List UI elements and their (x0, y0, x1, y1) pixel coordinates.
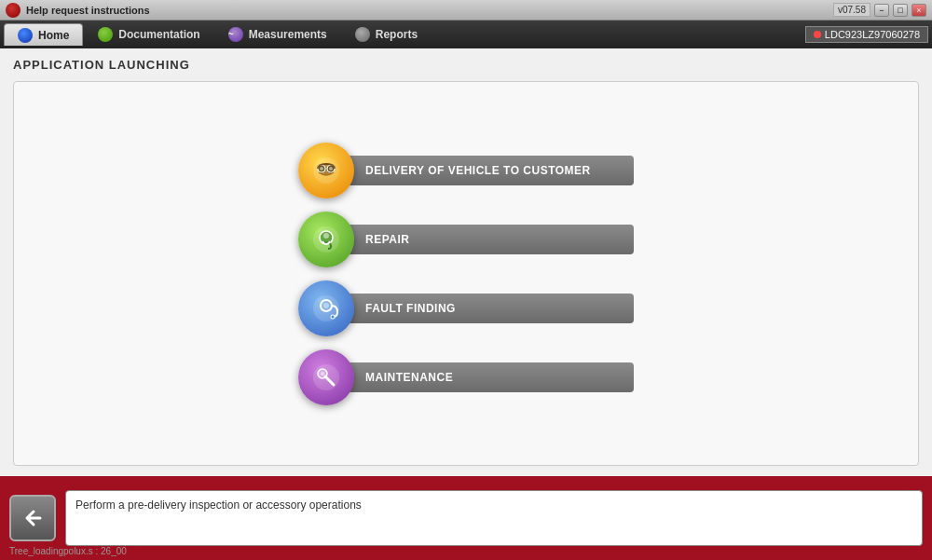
close-button[interactable]: × (911, 4, 926, 17)
tab-measurements[interactable]: ~ Measurements (215, 23, 340, 46)
delivery-label: DELIVERY OF VEHICLE TO CUSTOMER (347, 156, 634, 185)
maximize-button[interactable]: □ (893, 4, 908, 17)
app-icon (6, 3, 21, 18)
maintenance-button[interactable]: MAINTENANCE (298, 349, 634, 405)
maintenance-label: MAINTENANCE (347, 362, 634, 392)
main-content: APPLICATION LAUNCHING DELIVERY OF VEHICL… (0, 48, 932, 476)
fault-svg (309, 292, 343, 325)
title-bar: Help request instructions v07.58 − □ × (0, 0, 932, 20)
tab-measurements-label: Measurements (249, 28, 327, 41)
svg-point-5 (329, 167, 333, 171)
tab-documentation[interactable]: Documentation (85, 23, 212, 46)
svg-point-16 (321, 372, 324, 376)
vehicle-id-badge: LDC923LZ97060278 (805, 26, 928, 43)
measurements-tab-icon: ~ (228, 27, 243, 42)
status-text: Perform a pre-delivery inspection or acc… (75, 499, 362, 512)
delivery-icon (298, 143, 354, 198)
tab-documentation-label: Documentation (118, 28, 199, 41)
svg-point-13 (332, 315, 335, 318)
delivery-svg (309, 154, 343, 187)
repair-svg (309, 223, 343, 256)
repair-label: REPAIR (347, 225, 634, 254)
content-box: DELIVERY OF VEHICLE TO CUSTOMER REPAIR (13, 81, 919, 466)
reports-tab-icon (355, 27, 370, 42)
fault-icon (298, 280, 354, 336)
back-button[interactable] (9, 495, 56, 541)
svg-point-4 (320, 167, 323, 171)
tab-home[interactable]: Home (4, 23, 83, 46)
svg-point-11 (323, 303, 329, 308)
fault-label: FAULT FINDING (347, 294, 634, 323)
nav-bar: Home Documentation ~ Measurements Report… (0, 20, 932, 48)
fault-button[interactable]: FAULT FINDING (298, 280, 634, 336)
vehicle-id-text: LDC923LZ97060278 (825, 29, 920, 40)
title-bar-left: Help request instructions (6, 3, 833, 18)
title-bar-controls: v07.58 − □ × (833, 3, 926, 17)
repair-button[interactable]: REPAIR (298, 212, 634, 267)
status-box: Perform a pre-delivery inspection or acc… (65, 490, 923, 546)
documentation-tab-icon (98, 27, 113, 42)
bottom-bar: Perform a pre-delivery inspection or acc… (0, 476, 932, 560)
status-dot (814, 31, 821, 38)
footer-code: Tree_loadingpolux.s : 26_00 (9, 546, 127, 556)
tab-reports[interactable]: Reports (342, 23, 431, 46)
maintenance-svg (309, 361, 343, 394)
minimize-button[interactable]: − (874, 4, 889, 17)
delivery-button[interactable]: DELIVERY OF VEHICLE TO CUSTOMER (298, 143, 634, 198)
home-tab-icon (18, 28, 33, 43)
title-bar-text: Help request instructions (26, 5, 150, 16)
maintenance-icon (298, 349, 354, 405)
back-arrow-icon (21, 507, 44, 529)
repair-icon (298, 212, 354, 267)
version-label: v07.58 (833, 3, 870, 17)
tab-home-label: Home (38, 29, 69, 42)
tab-reports-label: Reports (376, 28, 418, 41)
svg-point-8 (323, 233, 329, 239)
section-title: APPLICATION LAUNCHING (13, 58, 919, 72)
